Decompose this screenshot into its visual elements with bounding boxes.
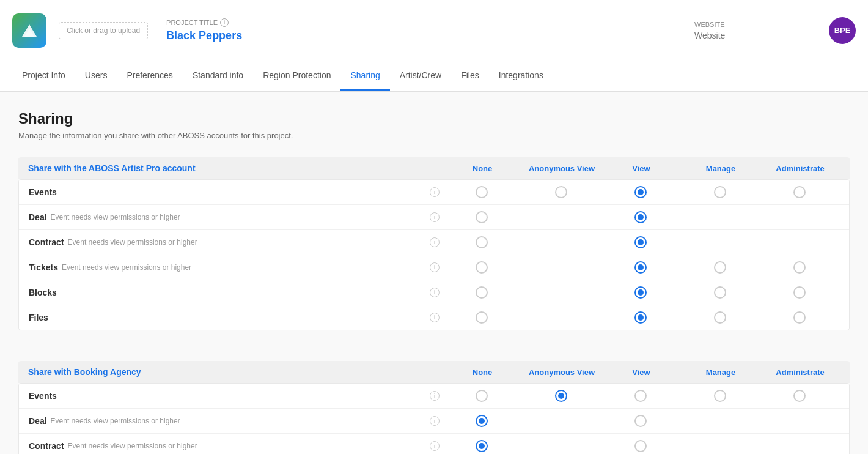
- radio-col-files-1-2: [601, 311, 680, 324]
- radio-contract-2-2[interactable]: [634, 440, 647, 452]
- nav-item-project-info[interactable]: Project Info: [12, 61, 75, 91]
- radio-col-deal-1-0: [442, 211, 521, 223]
- col-headers-aboss-artist-pro: NoneAnonymous ViewViewManageAdministrate: [428, 164, 840, 173]
- nav-item-standard-info[interactable]: Standard info: [183, 61, 253, 91]
- row-sublabel-tickets-1: Event needs view permissions or higher: [62, 263, 191, 272]
- row-name-contract-2: Contract: [29, 441, 64, 451]
- radio-col-contract-1-0: [442, 236, 521, 248]
- radio-col-tickets-1-3: [680, 261, 760, 274]
- col-header-0: None: [443, 164, 522, 173]
- radio-blocks-1-2[interactable]: [634, 286, 647, 299]
- radio-events-2-1[interactable]: [555, 390, 567, 402]
- radio-tickets-1-3[interactable]: [714, 261, 726, 274]
- row-sublabel-contract-2: Event needs view permissions or higher: [68, 442, 197, 450]
- row-name-blocks-1: Blocks: [29, 288, 57, 297]
- col-header-0: None: [443, 368, 522, 377]
- section-header-aboss-artist-pro: Share with the ABOSS Artist Pro accountN…: [18, 157, 850, 179]
- row-name-events-2: Events: [29, 391, 57, 401]
- radio-events-1-4[interactable]: [793, 186, 806, 198]
- main-content: Sharing Manage the information you share…: [0, 92, 868, 454]
- col-header-4: Administrate: [760, 368, 840, 377]
- row-label-contract-2: ContractEvent needs view permissions or …: [29, 441, 427, 451]
- row-sublabel-deal-2: Event needs view permissions or higher: [51, 417, 180, 425]
- radio-tickets-1-2[interactable]: [634, 261, 647, 274]
- info-col-events-1: i: [427, 187, 442, 197]
- col-header-3: Manage: [681, 368, 760, 377]
- radio-events-2-4[interactable]: [793, 390, 806, 402]
- radio-events-1-3[interactable]: [714, 186, 726, 198]
- radio-events-1-2[interactable]: [634, 186, 647, 198]
- radio-col-tickets-1-2: [601, 261, 680, 274]
- radio-col-events-2-2: [601, 390, 680, 402]
- radio-col-blocks-1-4: [760, 286, 839, 299]
- info-icon-tickets-1[interactable]: i: [430, 262, 440, 272]
- radio-contract-1-2[interactable]: [634, 236, 647, 248]
- radio-blocks-1-0[interactable]: [476, 286, 488, 299]
- radio-files-1-0[interactable]: [476, 311, 488, 324]
- info-icon-contract-2[interactable]: i: [430, 441, 440, 451]
- radio-events-1-0[interactable]: [476, 186, 488, 198]
- radio-col-events-1-4: [760, 186, 839, 198]
- radio-col-files-1-4: [760, 311, 839, 324]
- nav-item-artist-crew[interactable]: Artist/Crew: [390, 61, 451, 91]
- radio-col-deal-2-0: [442, 415, 521, 427]
- row-name-deal-1: Deal: [29, 212, 47, 222]
- table-row-contract-2: ContractEvent needs view permissions or …: [19, 434, 849, 454]
- col-header-3: Manage: [681, 164, 760, 173]
- radio-files-1-4[interactable]: [793, 311, 806, 324]
- radio-col-contract-1-2: [601, 236, 680, 248]
- radio-tickets-1-4[interactable]: [793, 261, 806, 274]
- row-name-contract-1: Contract: [29, 237, 64, 247]
- nav-item-files[interactable]: Files: [451, 61, 489, 91]
- nav-item-region-protection[interactable]: Region Protection: [253, 61, 340, 91]
- project-title-info-icon[interactable]: i: [220, 18, 229, 27]
- radio-deal-1-2[interactable]: [634, 211, 647, 223]
- row-name-files-1: Files: [29, 313, 48, 322]
- row-name-events-1: Events: [29, 187, 57, 197]
- radio-deal-2-0[interactable]: [476, 415, 488, 427]
- radio-events-1-1[interactable]: [555, 186, 567, 198]
- radio-col-events-2-0: [442, 390, 521, 402]
- info-icon-deal-1[interactable]: i: [430, 212, 440, 222]
- website-input[interactable]: [694, 31, 817, 40]
- nav-item-integrations[interactable]: Integrations: [489, 61, 553, 91]
- avatar: BPE: [829, 17, 856, 44]
- info-icon-blocks-1[interactable]: i: [430, 288, 440, 297]
- col-header-1: Anonymous View: [522, 164, 601, 173]
- radio-contract-1-0[interactable]: [476, 236, 488, 248]
- radio-files-1-2[interactable]: [634, 311, 647, 324]
- upload-area[interactable]: Click or drag to upload: [59, 22, 148, 39]
- info-icon-deal-2[interactable]: i: [430, 416, 440, 426]
- radio-tickets-1-0[interactable]: [476, 261, 488, 274]
- radio-events-2-0[interactable]: [476, 390, 488, 402]
- project-title-input[interactable]: [166, 29, 682, 42]
- section-title-booking-agency: Share with Booking Agency: [28, 367, 428, 377]
- info-col-contract-2: i: [427, 441, 442, 451]
- table-row-events-2: Eventsi: [19, 384, 849, 409]
- radio-events-2-3[interactable]: [714, 390, 726, 402]
- radio-blocks-1-4[interactable]: [793, 286, 806, 299]
- info-col-deal-1: i: [427, 212, 442, 222]
- nav-item-preferences[interactable]: Preferences: [117, 61, 182, 91]
- info-icon-events-2[interactable]: i: [430, 391, 440, 401]
- radio-blocks-1-3[interactable]: [714, 286, 726, 299]
- radio-events-2-2[interactable]: [634, 390, 647, 402]
- radio-col-files-1-0: [442, 311, 521, 324]
- row-label-files-1: Files: [29, 313, 427, 322]
- nav-item-users[interactable]: Users: [75, 61, 117, 91]
- radio-contract-2-0[interactable]: [476, 440, 488, 452]
- col-header-4: Administrate: [760, 164, 840, 173]
- project-title-section: PROJECT TITLE i: [166, 18, 682, 42]
- radio-col-tickets-1-4: [760, 261, 839, 274]
- row-label-deal-2: DealEvent needs view permissions or high…: [29, 416, 427, 426]
- info-icon-contract-1[interactable]: i: [430, 237, 440, 247]
- radio-files-1-3[interactable]: [714, 311, 726, 324]
- radio-deal-2-2[interactable]: [634, 415, 647, 427]
- nav-item-sharing[interactable]: Sharing: [340, 61, 389, 91]
- radio-col-deal-1-2: [601, 211, 680, 223]
- info-icon-events-1[interactable]: i: [430, 187, 440, 197]
- info-icon-files-1[interactable]: i: [430, 313, 440, 322]
- page-subtitle: Manage the information you share with ot…: [18, 131, 850, 140]
- radio-col-files-1-3: [680, 311, 760, 324]
- radio-deal-1-0[interactable]: [476, 211, 488, 223]
